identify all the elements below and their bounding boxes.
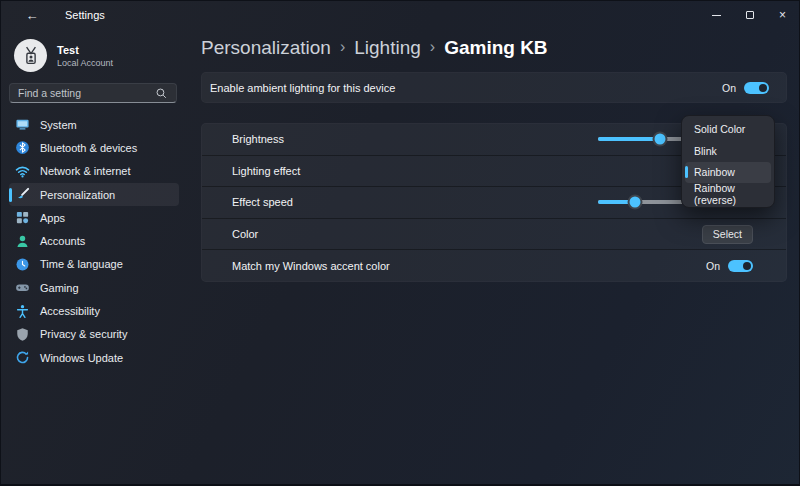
account-type: Local Account — [57, 58, 113, 68]
select-color-button[interactable]: Select — [702, 225, 753, 244]
avatar — [14, 39, 47, 72]
sidebar-item-personalization[interactable]: Personalization — [9, 183, 179, 206]
dropdown-item-blink[interactable]: Blink — [685, 141, 771, 162]
sidebar: Test Local Account System Bluetooth & de… — [1, 29, 193, 484]
slider-fill — [598, 137, 660, 141]
toggle-state-label: On — [722, 82, 736, 94]
selected-indicator — [685, 166, 688, 178]
maximize-button[interactable] — [733, 1, 766, 29]
sidebar-item-label: Time & language — [40, 258, 123, 270]
window-controls: × — [700, 1, 799, 29]
ambient-lighting-toggle[interactable] — [744, 82, 769, 94]
minimize-button[interactable] — [700, 1, 733, 29]
sidebar-item-gaming[interactable]: Gaming — [9, 276, 179, 299]
back-button[interactable]: ← — [17, 4, 47, 26]
dropdown-item-label: Rainbow (reverse) — [694, 182, 762, 206]
setting-label: Enable ambient lighting for this device — [210, 82, 722, 94]
dropdown-item-solid-color[interactable]: Solid Color — [685, 119, 771, 140]
setting-label: Lighting effect — [232, 165, 753, 177]
sidebar-item-label: Personalization — [40, 189, 115, 201]
account-name: Test — [57, 44, 113, 56]
match-accent-color-row: Match my Windows accent color On — [202, 249, 786, 281]
sidebar-item-bluetooth-devices[interactable]: Bluetooth & devices — [9, 136, 179, 159]
breadcrumb: Personalization › Lighting › Gaming KB — [201, 37, 548, 59]
accessibility-person-icon — [15, 304, 30, 319]
sidebar-item-label: Accessibility — [40, 305, 100, 317]
chevron-right-icon: › — [430, 38, 435, 58]
dropdown-item-rainbow[interactable]: Rainbow — [685, 162, 771, 183]
setting-label: Color — [232, 228, 702, 240]
breadcrumb-personalization[interactable]: Personalization — [201, 37, 331, 59]
sidebar-item-accounts[interactable]: Accounts — [9, 229, 179, 252]
update-arrows-icon — [15, 350, 30, 365]
titlebar: ← Settings × — [1, 1, 799, 29]
sidebar-item-network-internet[interactable]: Network & internet — [9, 160, 179, 183]
dropdown-item-rainbow-reverse[interactable]: Rainbow (reverse) — [685, 184, 771, 205]
sidebar-item-windows-update[interactable]: Windows Update — [9, 346, 179, 369]
toggle-state-label: On — [706, 260, 720, 272]
account-card[interactable]: Test Local Account — [14, 39, 113, 72]
sidebar-item-system[interactable]: System — [9, 113, 179, 136]
app-title: Settings — [65, 9, 105, 21]
sidebar-item-accessibility[interactable]: Accessibility — [9, 299, 179, 322]
color-row: Color Select — [202, 218, 786, 250]
chevron-right-icon: › — [340, 38, 345, 58]
minimize-icon — [712, 15, 721, 16]
sidebar-nav: System Bluetooth & devices Network & int… — [9, 113, 179, 369]
lighting-effect-dropdown: Solid Color Blink Rainbow Rainbow (rever… — [681, 115, 775, 208]
enable-ambient-lighting-row: Enable ambient lighting for this device … — [201, 72, 787, 103]
sidebar-item-label: Apps — [40, 212, 65, 224]
maximize-icon — [746, 11, 754, 19]
sidebar-item-label: Bluetooth & devices — [40, 142, 137, 154]
slider-thumb[interactable] — [630, 197, 641, 208]
clock-icon — [15, 257, 30, 272]
search-box — [9, 83, 177, 103]
id-badge-icon — [20, 45, 42, 67]
dropdown-item-label: Blink — [694, 145, 717, 157]
sidebar-item-label: Windows Update — [40, 352, 123, 364]
close-button[interactable]: × — [766, 1, 799, 29]
paintbrush-icon — [15, 187, 30, 202]
person-icon — [15, 234, 30, 249]
search-icon — [155, 87, 168, 100]
match-accent-toggle[interactable] — [728, 260, 753, 272]
sidebar-item-label: Gaming — [40, 282, 79, 294]
sidebar-item-label: System — [40, 119, 77, 131]
shield-icon — [15, 327, 30, 342]
slider-thumb[interactable] — [655, 134, 666, 145]
apps-icon — [15, 210, 30, 225]
sidebar-item-time-language[interactable]: Time & language — [9, 253, 179, 276]
search-input[interactable] — [18, 87, 155, 99]
main-content: Personalization › Lighting › Gaming KB E… — [201, 29, 799, 484]
sidebar-item-privacy-security[interactable]: Privacy & security — [9, 323, 179, 346]
page-title: Gaming KB — [444, 37, 547, 59]
wifi-icon — [15, 164, 30, 179]
setting-label: Match my Windows accent color — [232, 260, 706, 272]
sidebar-item-label: Accounts — [40, 235, 85, 247]
system-icon — [15, 117, 30, 132]
bluetooth-icon — [15, 140, 30, 155]
game-controller-icon — [15, 280, 30, 295]
dropdown-item-label: Rainbow — [694, 166, 735, 178]
back-arrow-icon: ← — [26, 8, 39, 23]
settings-window: ← Settings × Test Local Account — [0, 0, 800, 486]
sidebar-item-apps[interactable]: Apps — [9, 206, 179, 229]
dropdown-item-label: Solid Color — [694, 123, 745, 135]
sidebar-item-label: Privacy & security — [40, 328, 127, 340]
breadcrumb-lighting[interactable]: Lighting — [354, 37, 421, 59]
close-icon: × — [779, 9, 786, 21]
sidebar-item-label: Network & internet — [40, 165, 130, 177]
